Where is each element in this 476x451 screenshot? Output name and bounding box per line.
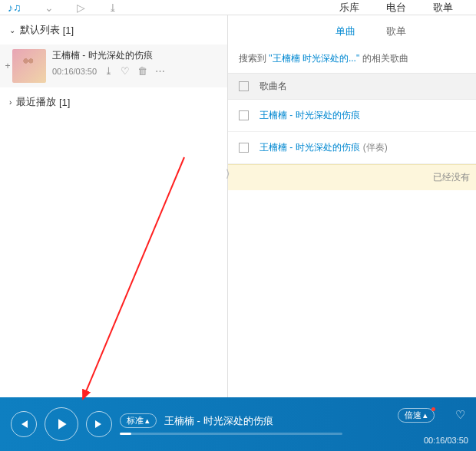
chevron-down-icon[interactable]: ⌄: [45, 2, 54, 14]
select-all-checkbox[interactable]: [239, 81, 249, 91]
chevron-down-icon: ⌄: [9, 26, 15, 35]
more-icon[interactable]: ⋯: [155, 65, 165, 77]
tab-playlist[interactable]: 歌单: [433, 1, 453, 15]
result-row[interactable]: 王楠楠 - 时光深处的伤痕: [228, 100, 476, 132]
download-top-icon[interactable]: ⤓: [108, 2, 117, 14]
tab-radio[interactable]: 电台: [386, 1, 406, 15]
next-button[interactable]: [86, 411, 112, 437]
recent-list-count: [1]: [59, 97, 70, 108]
result-link[interactable]: 王楠楠 - 时光深处的伤痕: [259, 141, 360, 154]
now-playing-title: 王楠楠 - 时光深处的伤痕: [164, 414, 273, 428]
default-list-count: [1]: [63, 25, 74, 36]
progress-fill: [120, 433, 131, 435]
result-link[interactable]: 王楠楠 - 时光深处的伤痕: [259, 109, 360, 122]
search-hint: 搜索到 "王楠楠 时光深处的..." 的相关歌曲: [228, 44, 476, 73]
song-thumbnail[interactable]: [12, 49, 46, 83]
heart-icon[interactable]: ♡: [121, 65, 130, 77]
result-row[interactable]: 王楠楠 - 时光深处的伤痕 (伴奏): [228, 132, 476, 164]
quality-chip[interactable]: 标准▴: [120, 413, 157, 428]
default-list-toggle[interactable]: ⌄ 默认列表 [1]: [0, 15, 227, 44]
search-query: "王楠楠 时光深处的...": [269, 53, 359, 64]
subtab-playlist[interactable]: 歌单: [386, 25, 406, 38]
speed-chip[interactable]: 倍速▴: [398, 408, 435, 423]
chevron-right-icon: ›: [9, 98, 12, 107]
player-bar: 标准▴ 王楠楠 - 时光深处的伤痕 倍速▴ ♡ 00:16/03:50: [0, 397, 476, 451]
row-checkbox[interactable]: [239, 143, 249, 153]
like-button[interactable]: ♡: [455, 408, 465, 422]
col-songname: 歌曲名: [259, 80, 287, 93]
notification-dot: [431, 407, 435, 411]
delete-icon[interactable]: 🗑: [137, 65, 147, 77]
player-time: 00:16/03:50: [424, 436, 468, 445]
default-list-label: 默认列表: [20, 23, 60, 37]
results-header: 歌曲名: [228, 73, 476, 100]
playlist-song-item[interactable]: + 王楠楠 - 时光深处的伤痕 00:16/03:50 ⤓ ♡ 🗑 ⋯: [0, 44, 227, 87]
recent-list-toggle[interactable]: › 最近播放 [1]: [0, 87, 227, 117]
play-small-icon[interactable]: ▷: [77, 2, 85, 14]
no-more-banner: 已经没有: [228, 164, 476, 190]
add-icon[interactable]: +: [3, 49, 12, 83]
play-button[interactable]: [45, 407, 78, 441]
resize-handle[interactable]: ⟩: [226, 167, 230, 179]
recent-list-label: 最近播放: [16, 95, 56, 109]
download-icon[interactable]: ⤓: [104, 65, 113, 77]
song-title: 王楠楠 - 时光深处的伤痕: [52, 49, 221, 62]
row-checkbox[interactable]: [239, 110, 249, 120]
result-suffix: (伴奏): [363, 141, 388, 154]
tab-library[interactable]: 乐库: [339, 1, 359, 15]
prev-button[interactable]: [11, 411, 37, 437]
song-time: 00:16/03:50: [52, 67, 97, 76]
subtab-single[interactable]: 单曲: [336, 25, 355, 38]
music-icon[interactable]: ♪♫: [8, 2, 21, 14]
progress-bar[interactable]: [120, 433, 342, 435]
